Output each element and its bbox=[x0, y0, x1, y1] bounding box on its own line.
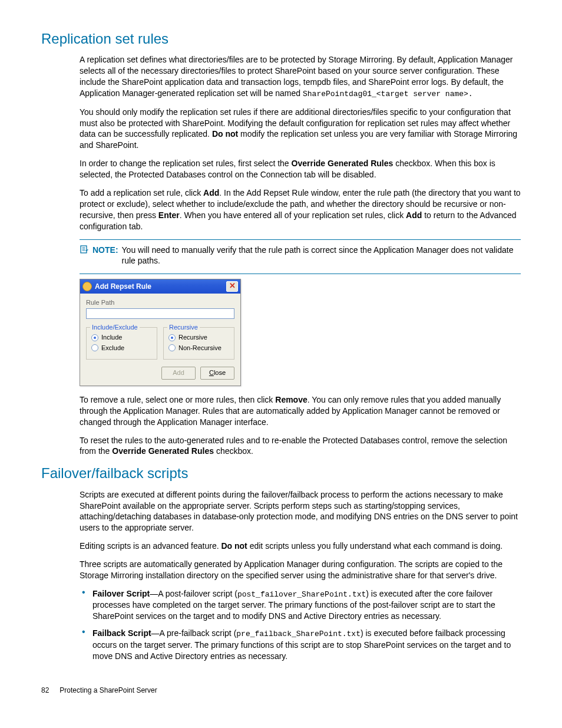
radio-icon bbox=[91, 334, 98, 341]
include-radio[interactable]: Include bbox=[91, 333, 152, 342]
non-recursive-radio[interactable]: Non-Recursive bbox=[168, 344, 229, 353]
code-text: SharePointdag01_<target server name>. bbox=[303, 90, 473, 98]
radio-label: Include bbox=[101, 333, 122, 342]
text: —A pre-failback script ( bbox=[151, 628, 237, 638]
dialog-titlebar: Add Repset Rule ✕ bbox=[80, 279, 240, 294]
text: To add a replication set rule, click bbox=[80, 188, 203, 197]
code-text: pre_failback_SharePoint.txt bbox=[236, 630, 361, 638]
emphasis: Do not bbox=[212, 129, 238, 139]
page-footer: 82Protecting a SharePoint Server bbox=[41, 686, 521, 695]
paragraph: Three scripts are automatically generate… bbox=[80, 559, 521, 581]
list-item: Failover Script—A post-failover script (… bbox=[92, 588, 521, 622]
text: To remove a rule, select one or more rul… bbox=[80, 395, 275, 404]
dialog-icon bbox=[82, 282, 92, 291]
paragraph: To reset the rules to the auto-generated… bbox=[80, 435, 521, 457]
list-item: Failback Script—A pre-failback script (p… bbox=[92, 628, 521, 661]
paragraph: Editing scripts is an advanced feature. … bbox=[80, 541, 521, 552]
emphasis: Failback Script bbox=[92, 628, 151, 638]
emphasis: Failover Script bbox=[92, 589, 150, 598]
add-repset-rule-dialog: Add Repset Rule ✕ Rule Path Include/Excl… bbox=[80, 279, 241, 386]
radio-label: Exclude bbox=[101, 344, 124, 353]
emphasis: Override Generated Rules bbox=[112, 446, 214, 456]
dialog-title: Add Repset Rule bbox=[95, 282, 226, 291]
emphasis: Remove bbox=[275, 395, 307, 404]
group-legend: Include/Exclude bbox=[90, 323, 140, 332]
close-icon[interactable]: ✕ bbox=[226, 281, 238, 292]
radio-label: Recursive bbox=[178, 333, 207, 342]
emphasis: Enter bbox=[158, 210, 180, 220]
emphasis: Override Generated Rules bbox=[292, 159, 394, 168]
heading-replication-set-rules: Replication set rules bbox=[41, 29, 521, 48]
emphasis: Add bbox=[406, 210, 422, 220]
radio-icon bbox=[168, 334, 176, 341]
paragraph: To remove a rule, select one or more rul… bbox=[80, 394, 521, 428]
rule-path-label: Rule Path bbox=[86, 298, 234, 307]
paragraph: To add a replication set rule, click Add… bbox=[80, 187, 521, 232]
note-text: You will need to manually verify that th… bbox=[122, 245, 521, 267]
text: . When you have entered all of your repl… bbox=[180, 210, 406, 220]
radio-icon bbox=[91, 344, 98, 351]
radio-icon bbox=[168, 344, 176, 351]
group-legend: Recursive bbox=[167, 323, 200, 332]
include-exclude-group: Include/Exclude Include Exclude bbox=[86, 327, 157, 360]
note-label: NOTE: bbox=[92, 245, 118, 256]
heading-failover-failback-scripts: Failover/failback scripts bbox=[41, 464, 521, 483]
divider bbox=[80, 274, 521, 274]
text: checkbox. bbox=[214, 446, 253, 456]
close-button[interactable]: Close bbox=[200, 367, 234, 380]
exclude-radio[interactable]: Exclude bbox=[91, 344, 152, 353]
text: —A post-failover script ( bbox=[150, 589, 237, 598]
divider bbox=[80, 239, 521, 240]
paragraph: Scripts are executed at different points… bbox=[80, 489, 521, 534]
emphasis: Add bbox=[203, 188, 219, 197]
note-block: NOTE: You will need to manually verify t… bbox=[80, 245, 521, 267]
recursive-radio[interactable]: Recursive bbox=[168, 333, 229, 342]
paragraph: A replication set defines what directori… bbox=[80, 54, 521, 99]
footer-title: Protecting a SharePoint Server bbox=[59, 686, 157, 694]
text: edit scripts unless you fully understand… bbox=[247, 541, 503, 551]
emphasis: Do not bbox=[221, 541, 247, 551]
text: In order to change the replication set r… bbox=[80, 159, 292, 168]
page-number: 82 bbox=[41, 686, 49, 694]
paragraph: You should only modify the replication s… bbox=[80, 107, 521, 151]
recursive-group: Recursive Recursive Non-Recursive bbox=[163, 327, 234, 360]
note-icon bbox=[80, 245, 89, 254]
rule-path-input[interactable] bbox=[86, 308, 234, 319]
paragraph: In order to change the replication set r… bbox=[80, 158, 521, 180]
text: Editing scripts is an advanced feature. bbox=[80, 541, 221, 551]
radio-label: Non-Recursive bbox=[178, 344, 222, 353]
add-button[interactable]: Add bbox=[161, 367, 196, 380]
code-text: post_failover_SharePoint.txt bbox=[237, 590, 366, 599]
